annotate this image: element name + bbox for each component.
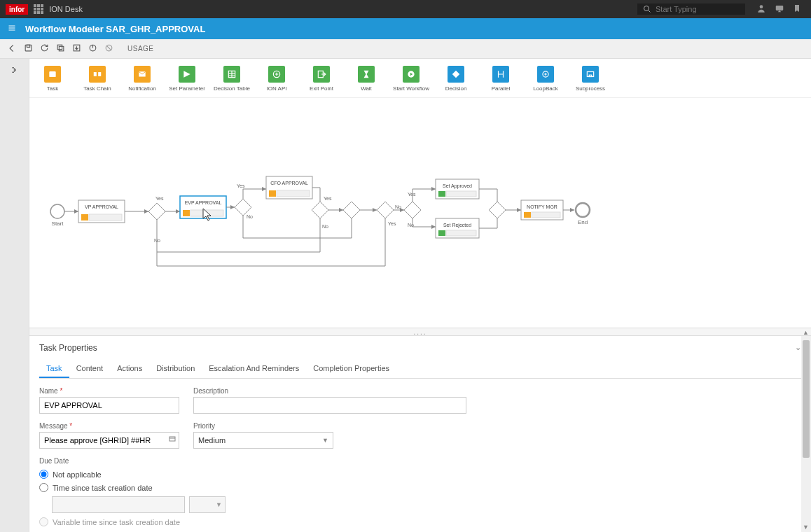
tab-completion[interactable]: Completion Properties bbox=[306, 360, 396, 378]
svg-rect-29 bbox=[589, 75, 592, 76]
palette-start-workflow[interactable]: Start Workflow bbox=[396, 66, 426, 92]
collapse-panel-icon[interactable]: ⌄ bbox=[795, 343, 801, 352]
palette-label: Subprocess bbox=[576, 85, 605, 92]
palette-label: Decision Table bbox=[214, 85, 250, 92]
svg-line-1 bbox=[649, 10, 651, 13]
node-vp-approval[interactable]: VP APPROVAL bbox=[78, 200, 125, 223]
svg-point-0 bbox=[644, 6, 649, 11]
global-search[interactable] bbox=[637, 4, 745, 15]
svg-rect-16 bbox=[49, 71, 55, 77]
palette-decision-table[interactable]: Decision Table bbox=[217, 66, 247, 92]
svg-point-76 bbox=[576, 203, 590, 217]
duedate-value-input bbox=[52, 496, 185, 513]
left-gutter bbox=[0, 59, 29, 532]
svg-rect-43 bbox=[183, 210, 190, 216]
svg-text:No: No bbox=[322, 224, 328, 229]
save-icon[interactable] bbox=[24, 43, 33, 54]
palette-label: ION API bbox=[267, 85, 287, 92]
stop-icon[interactable] bbox=[104, 43, 113, 54]
chat-icon[interactable] bbox=[775, 4, 784, 15]
duedate-radio-variable[interactable]: Variable time since task creation date bbox=[39, 517, 801, 526]
usage-label[interactable]: USAGE bbox=[127, 45, 154, 52]
message-input[interactable] bbox=[39, 432, 179, 449]
name-input[interactable] bbox=[39, 397, 179, 414]
svg-text:EVP APPROVAL: EVP APPROVAL bbox=[185, 200, 222, 205]
svg-rect-7 bbox=[25, 45, 32, 51]
vertical-scrollbar[interactable]: ▼ ▲ bbox=[801, 336, 811, 532]
tab-escalation[interactable]: Escalation And Reminders bbox=[202, 360, 306, 378]
refresh-icon[interactable] bbox=[40, 43, 49, 54]
menu-icon[interactable] bbox=[7, 24, 17, 34]
svg-text:CFO APPROVAL: CFO APPROVAL bbox=[270, 181, 308, 186]
global-header: infor ION Desk bbox=[0, 0, 811, 18]
svg-rect-9 bbox=[59, 46, 64, 51]
svg-text:VP APPROVAL: VP APPROVAL bbox=[85, 204, 118, 209]
svg-rect-65 bbox=[446, 191, 476, 197]
palette-label: Start Workflow bbox=[393, 85, 429, 92]
palette-loopback[interactable]: LoopBack bbox=[531, 66, 560, 92]
expand-sidebar-icon[interactable] bbox=[11, 66, 19, 76]
priority-select[interactable]: Medium ▼ bbox=[193, 432, 333, 449]
palette-label: Set Parameter bbox=[169, 85, 205, 92]
svg-rect-78 bbox=[169, 437, 175, 441]
search-icon bbox=[643, 5, 651, 13]
svg-text:Yes: Yes bbox=[324, 196, 332, 201]
svg-text:Yes: Yes bbox=[388, 221, 396, 226]
duedate-radio-na[interactable]: Not applicable bbox=[39, 470, 801, 479]
palette-exit-point[interactable]: Exit Point bbox=[307, 66, 336, 92]
duedate-label: Due Date bbox=[39, 457, 801, 465]
back-icon[interactable] bbox=[7, 43, 17, 55]
palette-wait[interactable]: Wait bbox=[352, 66, 381, 92]
tab-distribution[interactable]: Distribution bbox=[149, 360, 202, 378]
export-icon[interactable] bbox=[72, 43, 81, 54]
description-input[interactable] bbox=[193, 397, 466, 414]
svg-rect-68 bbox=[438, 230, 445, 236]
palette-task[interactable]: Task bbox=[38, 66, 67, 92]
svg-rect-8 bbox=[27, 45, 29, 47]
message-expand-icon[interactable] bbox=[168, 435, 176, 444]
svg-rect-50 bbox=[269, 190, 276, 197]
svg-text:No: No bbox=[247, 214, 253, 219]
tab-task[interactable]: Task bbox=[39, 360, 69, 378]
app-launcher-icon[interactable] bbox=[34, 4, 43, 14]
svg-text:No: No bbox=[395, 204, 401, 209]
palette-ion-api[interactable]: ION API bbox=[262, 66, 291, 92]
node-set-rejected[interactable]: Set Rejected bbox=[436, 218, 479, 238]
svg-point-2 bbox=[760, 5, 763, 8]
svg-rect-36 bbox=[89, 214, 122, 220]
duedate-unit-select: ▼ bbox=[189, 496, 226, 513]
svg-line-15 bbox=[107, 46, 111, 50]
node-notify-mgr[interactable]: NOTIFY MGR bbox=[521, 200, 563, 220]
palette-task-chain[interactable]: Task Chain bbox=[83, 66, 112, 92]
tab-content[interactable]: Content bbox=[69, 360, 111, 378]
svg-text:End: End bbox=[578, 219, 588, 225]
power-icon[interactable] bbox=[88, 43, 97, 54]
bookmark-icon[interactable] bbox=[793, 4, 801, 15]
workflow-canvas[interactable]: Start VP APPROVAL Yes No EV bbox=[29, 98, 811, 328]
search-input[interactable] bbox=[656, 5, 740, 13]
svg-text:Set Rejected: Set Rejected bbox=[443, 223, 471, 228]
node-evp-approval[interactable]: EVP APPROVAL bbox=[180, 196, 226, 218]
svg-rect-64 bbox=[438, 191, 445, 197]
palette-notification[interactable]: Notification bbox=[127, 66, 157, 92]
svg-rect-35 bbox=[81, 214, 88, 220]
svg-rect-44 bbox=[190, 210, 223, 216]
palette-label: Exit Point bbox=[310, 85, 333, 92]
palette-subprocess[interactable]: Subprocess bbox=[576, 66, 605, 92]
palette-label: Parallel bbox=[492, 85, 511, 92]
panel-splitter[interactable]: .... bbox=[29, 328, 811, 336]
node-set-approved[interactable]: Set Approved bbox=[436, 179, 479, 199]
svg-rect-74 bbox=[532, 212, 560, 218]
palette-set-parameter[interactable]: Set Parameter bbox=[172, 66, 202, 92]
palette-label: Task bbox=[47, 85, 58, 92]
palette-parallel[interactable]: Parallel bbox=[486, 66, 515, 92]
svg-point-30 bbox=[50, 204, 64, 218]
node-cfo-approval[interactable]: CFO APPROVAL bbox=[266, 176, 312, 199]
tab-actions[interactable]: Actions bbox=[110, 360, 149, 378]
svg-text:NOTIFY MGR: NOTIFY MGR bbox=[527, 204, 557, 209]
palette-decision[interactable]: Decision bbox=[441, 66, 471, 92]
user-icon[interactable] bbox=[756, 4, 766, 15]
svg-rect-69 bbox=[446, 230, 476, 236]
copy-icon[interactable] bbox=[56, 43, 65, 54]
duedate-radio-since-creation[interactable]: Time since task creation date bbox=[39, 483, 801, 492]
